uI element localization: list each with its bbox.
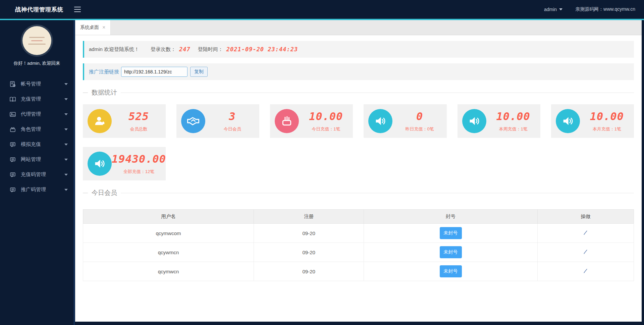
site-note: 亲测源码网：www.qcymw.cn	[575, 6, 635, 12]
chevron-down-icon	[64, 113, 68, 115]
section-rule	[121, 193, 634, 193]
chat-bubble-icon	[9, 141, 16, 148]
sidebar-item-agent-management[interactable]: 代理管理	[0, 107, 74, 122]
ban-status-button[interactable]: 未封号	[440, 227, 462, 239]
stat-card-today-members: 3 今日会员	[176, 104, 259, 138]
stat-value: 10.00	[309, 110, 343, 123]
column-header-ban: 封号	[364, 210, 537, 224]
promo-banner: 推广注册链接 复制	[83, 63, 634, 80]
stat-label: 本月充值：1笔	[593, 126, 621, 132]
sidebar-menu: 帐号管理 充值管理 代理管理 角色管理	[0, 76, 74, 197]
section-dash	[83, 193, 88, 193]
chat-bubble-icon	[9, 171, 16, 178]
stat-card-total-recharge: 19430.00 全部充值：12笔	[83, 147, 166, 180]
column-header-username: 用户名	[83, 210, 254, 224]
sidebar-item-role-management[interactable]: 角色管理	[0, 122, 74, 137]
chevron-down-icon	[64, 174, 68, 176]
stat-label: 会员总数	[130, 126, 148, 132]
stat-cards: 525 会员总数 3 今日会员 10.00 今日充值	[83, 104, 634, 180]
user-dropdown[interactable]: admin	[544, 7, 562, 12]
promo-link-input[interactable]	[121, 67, 187, 77]
speaker-icon	[462, 109, 486, 133]
chevron-down-icon	[64, 98, 68, 100]
speaker-icon	[556, 109, 580, 133]
chevron-down-icon	[64, 128, 68, 130]
column-header-actions: 操做	[537, 210, 634, 224]
stat-card-yesterday-recharge: 0 昨日充值：0笔	[364, 104, 446, 138]
stat-value: 10.00	[496, 110, 530, 123]
cell-registered: 09-20	[254, 243, 364, 262]
sidebar-item-recharge-code-management[interactable]: 充值码管理	[0, 167, 74, 182]
stat-value: 525	[128, 110, 149, 123]
sidebar-item-recharge-management[interactable]: 充值管理	[0, 92, 74, 107]
table-row: qcywmcn 09-20 未封号	[83, 243, 634, 262]
sidebar-item-account-management[interactable]: 帐号管理	[0, 76, 74, 92]
section-title: 数据统计	[92, 88, 117, 97]
cell-username: qcywmcn	[83, 243, 254, 262]
ban-status-button[interactable]: 未封号	[440, 265, 462, 277]
stat-value: 0	[416, 110, 423, 123]
login-count-value: 247	[179, 46, 191, 53]
sidebar-item-website-management[interactable]: 网站管理	[0, 152, 74, 167]
edit-pencil-icon[interactable]	[583, 249, 588, 256]
stat-card-total-members: 525 会员总数	[83, 104, 166, 138]
greeting-text: 你好！admin, 欢迎回来	[0, 60, 74, 66]
login-time-label: 登陆时间：	[198, 46, 223, 53]
section-title: 今日会员	[92, 188, 117, 197]
tab-system-desktop[interactable]: 系统桌面 ×	[75, 20, 111, 35]
login-time-value: 2021-09-20 23:44:23	[226, 46, 298, 53]
stat-label: 今日会员	[224, 126, 241, 132]
speaker-icon	[88, 152, 112, 176]
tab-bar: 系统桌面 ×	[75, 20, 642, 35]
handshake-icon	[181, 109, 205, 133]
basket-icon	[9, 126, 16, 133]
chevron-down-icon	[64, 144, 68, 146]
stat-value: 3	[229, 110, 236, 123]
welcome-banner: admin 欢迎登陆系统！ 登录次数： 247 登陆时间： 2021-09-20…	[83, 41, 634, 58]
avatar	[22, 26, 51, 55]
stat-label: 本周充值：1笔	[499, 126, 528, 132]
copy-button[interactable]: 复制	[190, 67, 208, 77]
cell-username: qcymwcom	[83, 224, 254, 243]
promo-link-label: 推广注册链接	[89, 69, 119, 75]
sidebar-item-promo-code-management[interactable]: 推广码管理	[0, 182, 74, 197]
top-header: 战神代理管理系统 admin 亲测源码网：www.qcymw.cn	[0, 0, 644, 20]
user-name: admin	[544, 7, 557, 12]
hamburger-menu-icon[interactable]	[74, 7, 81, 12]
stats-section-header: 数据统计	[83, 88, 634, 97]
stat-label: 昨日充值：0笔	[405, 126, 434, 132]
welcome-message: admin 欢迎登陆系统！	[89, 46, 139, 53]
stat-label: 全部充值：12笔	[123, 169, 154, 175]
sidebar-item-label: 模拟充值	[21, 141, 41, 148]
cell-registered: 09-20	[254, 224, 364, 243]
edit-pencil-icon[interactable]	[583, 230, 588, 236]
users-icon	[88, 109, 112, 133]
basket-icon	[275, 109, 299, 133]
section-rule	[121, 93, 634, 93]
column-header-registered: 注册	[254, 210, 364, 224]
table-row: qcymwcom 09-20 未封号	[83, 224, 634, 243]
open-book-icon	[9, 96, 16, 103]
sidebar-item-label: 角色管理	[21, 126, 41, 132]
login-count-label: 登录次数：	[151, 46, 176, 53]
app-title: 战神代理管理系统	[15, 6, 63, 13]
section-dash	[83, 93, 88, 93]
tab-label: 系统桌面	[80, 24, 99, 31]
table-row: qcymwcn 09-20 未封号	[83, 262, 634, 281]
speaker-icon	[368, 109, 392, 133]
account-file-icon	[9, 80, 16, 88]
stat-card-today-recharge: 10.00 今日充值：1笔	[270, 104, 353, 138]
edit-pencil-icon[interactable]	[583, 268, 588, 275]
sidebar-item-simulated-recharge[interactable]: 模拟充值	[0, 137, 74, 152]
ban-status-button[interactable]: 未封号	[440, 246, 462, 258]
sidebar-item-label: 充值码管理	[21, 171, 46, 178]
table-header-row: 用户名 注册 封号 操做	[83, 210, 634, 224]
chevron-down-icon	[64, 159, 68, 161]
stat-value: 10.00	[590, 110, 624, 123]
chevron-down-icon	[64, 83, 68, 85]
cell-username: qcymwcn	[83, 262, 254, 281]
stat-card-week-recharge: 10.00 本周充值：1笔	[458, 104, 540, 138]
main-area: 系统桌面 × admin 欢迎登陆系统！ 登录次数： 247 登陆时间： 202…	[75, 20, 642, 322]
close-icon[interactable]: ×	[102, 25, 105, 30]
sidebar-item-label: 充值管理	[21, 96, 41, 102]
